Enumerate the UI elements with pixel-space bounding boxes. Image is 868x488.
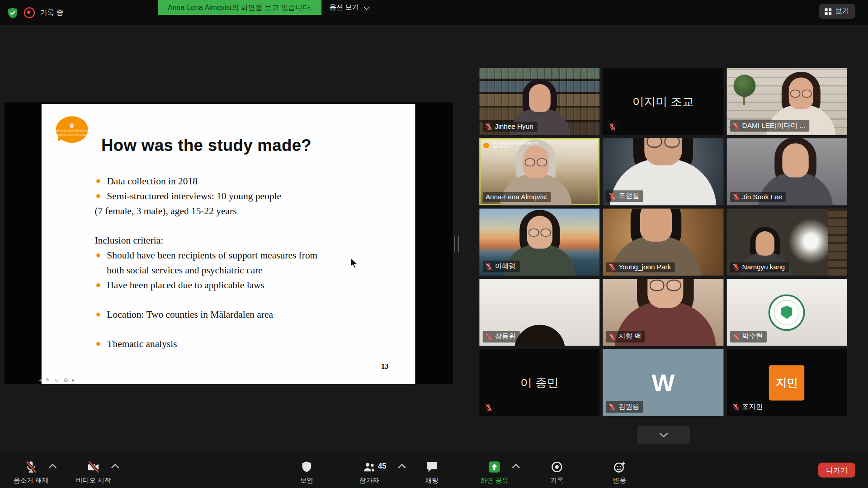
bullet-icon bbox=[96, 253, 100, 258]
participant-tile[interactable]: 이지미 조교 bbox=[603, 68, 723, 135]
record-icon bbox=[550, 460, 564, 474]
slide-bullet-list: Data collection in 2018Semi-structured i… bbox=[94, 174, 329, 351]
participant-tile[interactable]: 박수현 bbox=[726, 279, 847, 346]
more-participants-button[interactable] bbox=[637, 426, 690, 445]
participant-tile[interactable]: W김원룡 bbox=[603, 349, 723, 416]
participant-tile[interactable]: Namgyu kang bbox=[726, 209, 847, 276]
participant-name-label: 이혜령 bbox=[483, 261, 519, 272]
participant-name-label: 지향 백 bbox=[606, 331, 645, 343]
shared-screen-area: ♛ MÄLARDALENS HÖGSKOLA ESKILSTUNA VÄSTER… bbox=[5, 103, 453, 384]
slide-text: Semi-structured interviews: 10 young peo… bbox=[107, 190, 281, 201]
face-silhouette bbox=[644, 138, 682, 165]
slide-text: Should have been recipients of support m… bbox=[107, 249, 317, 276]
chevron-up-icon[interactable] bbox=[49, 464, 57, 471]
chevron-up-icon[interactable] bbox=[512, 464, 520, 471]
participant-name-label: Jin Sook Lee bbox=[730, 192, 786, 202]
muted-mic-icon bbox=[609, 333, 616, 341]
brand-text: MÄLARDALEN UNIVERSITYSWEDEN bbox=[491, 141, 538, 150]
toolbar-share-button[interactable]: 화면 공유 bbox=[471, 460, 518, 485]
glasses-icon bbox=[650, 280, 681, 291]
muted-mic-icon bbox=[733, 193, 740, 201]
slide-text: Thematic analysis bbox=[107, 338, 177, 349]
view-options-button[interactable]: 옵션 보기 bbox=[322, 0, 376, 15]
participant-count: 45 bbox=[378, 462, 386, 470]
toolbar-label: 비디오 시작 bbox=[76, 476, 111, 485]
participant-tile[interactable]: MÄLARDALEN UNIVERSITYSWEDENAnna-Lena Alm… bbox=[479, 138, 599, 205]
participant-tile[interactable]: 조현철 bbox=[603, 138, 723, 205]
logo-ring bbox=[769, 294, 805, 331]
meeting-toolbar: 음소거 해제비디오 시작 보안45참가자채팅화면 공유기록반응 나가기 bbox=[0, 453, 868, 488]
slide-bullet-item: (7 female, 3 male), aged 15-22 years bbox=[94, 204, 329, 219]
participant-name-label: 장동원 bbox=[483, 331, 519, 343]
glasses-icon bbox=[790, 89, 812, 98]
participant-tile[interactable]: Jin Sook Lee bbox=[726, 138, 847, 205]
next-slide-icon: ▸ bbox=[72, 377, 75, 383]
toolbar-security-button[interactable]: 보안 bbox=[283, 460, 330, 485]
participant-name-label: Young_joon Park bbox=[606, 262, 675, 272]
participant-name-text: Jin Sook Lee bbox=[742, 193, 783, 201]
brand-bubble-icon bbox=[483, 143, 489, 148]
security-shield-icon[interactable] bbox=[7, 6, 19, 19]
shield-icon bbox=[299, 460, 314, 474]
head-silhouette bbox=[514, 325, 565, 346]
slide-bullet-item: Data collection in 2018 bbox=[94, 174, 329, 188]
muted-mic-icon bbox=[733, 263, 740, 271]
toolbar-video-button[interactable]: 비디오 시작 bbox=[71, 460, 117, 485]
camera-off-icon bbox=[86, 460, 101, 474]
toolbar-label: 보안 bbox=[300, 476, 313, 485]
chat-icon bbox=[425, 460, 439, 474]
participant-name-label: 박수현 bbox=[730, 331, 767, 343]
participant-tile[interactable]: 이혜령 bbox=[479, 209, 599, 276]
muted-mic-icon bbox=[609, 263, 616, 271]
participant-tile[interactable]: Young_joon Park bbox=[603, 209, 723, 276]
participant-name-text: 이혜령 bbox=[495, 262, 516, 271]
slide-page-number: 13 bbox=[381, 362, 389, 371]
participant-tile[interactable]: 장동원 bbox=[479, 279, 599, 346]
participant-display-name: 이 종민 bbox=[479, 349, 599, 416]
participant-tile[interactable]: 지민조지민 bbox=[726, 349, 847, 416]
bullet-icon bbox=[96, 313, 100, 317]
top-bar: 기록 중 Anna-Lena Almqvist의 화면을 보고 있습니다. 옵션… bbox=[0, 0, 868, 25]
chevron-up-icon[interactable] bbox=[111, 464, 119, 471]
view-options-label: 옵션 보기 bbox=[330, 3, 359, 12]
view-label: 보기 bbox=[835, 7, 849, 16]
toolbar-label: 참가자 bbox=[359, 476, 379, 485]
face-silhouette bbox=[640, 209, 672, 242]
logo-text-line: MÄLARDALENS HÖGSKOLA bbox=[56, 129, 88, 132]
presenter-annotation-bar: ◂✎☺⊖▸ bbox=[39, 377, 75, 383]
chevron-down-icon bbox=[363, 4, 370, 10]
pen-icon: ✎ bbox=[45, 377, 50, 383]
participant-tile[interactable]: 이 종민 bbox=[479, 349, 599, 416]
slide-bullet-item: Location: Two counties in Mälardalen are… bbox=[94, 307, 329, 322]
participant-tile[interactable]: 지향 백 bbox=[603, 279, 723, 346]
slide-bullet-item: Have been placed due to applicable laws bbox=[94, 278, 329, 293]
previous-slide-icon: ◂ bbox=[39, 377, 42, 383]
panel-resize-handle[interactable] bbox=[454, 236, 459, 253]
participant-name-text: Jinhee Hyun bbox=[495, 123, 533, 131]
muted-mic-icon bbox=[733, 403, 740, 411]
slide-bullet-item: Semi-structured interviews: 10 young peo… bbox=[94, 189, 329, 204]
toolbar-participants-button[interactable]: 45참가자 bbox=[346, 460, 392, 485]
toolbar-record-button[interactable]: 기록 bbox=[533, 460, 580, 485]
participant-tile[interactable]: Jinhee Hyun bbox=[479, 68, 599, 135]
glasses-icon bbox=[528, 229, 551, 237]
participant-name-text: 박수현 bbox=[742, 332, 763, 342]
participant-name-text: 김원룡 bbox=[618, 402, 639, 412]
presentation-slide: ♛ MÄLARDALENS HÖGSKOLA ESKILSTUNA VÄSTER… bbox=[42, 104, 415, 384]
toolbar-chat-button[interactable]: 채팅 bbox=[409, 460, 455, 485]
participant-tile[interactable]: DAMI LEE(이다미 ... bbox=[726, 68, 847, 135]
muted-mic-icon bbox=[609, 403, 616, 411]
face-silhouette bbox=[756, 231, 775, 256]
muted-mic-icon bbox=[486, 404, 492, 412]
muted-mic-icon bbox=[609, 192, 616, 200]
leave-meeting-button[interactable]: 나가기 bbox=[818, 463, 855, 478]
view-button[interactable]: 보기 bbox=[819, 4, 855, 19]
participant-name-label: 조현철 bbox=[606, 190, 643, 202]
toolbar-reactions-button[interactable]: 반응 bbox=[596, 460, 643, 485]
avatar-badge: 지민 bbox=[769, 365, 804, 400]
toolbar-mute-button[interactable]: 음소거 해제 bbox=[8, 460, 54, 485]
participant-name-text: Young_joon Park bbox=[618, 263, 671, 271]
participant-name-label: Namgyu kang bbox=[730, 262, 789, 272]
participant-name-label: Jinhee Hyun bbox=[483, 122, 538, 131]
chevron-up-icon[interactable] bbox=[398, 464, 406, 471]
